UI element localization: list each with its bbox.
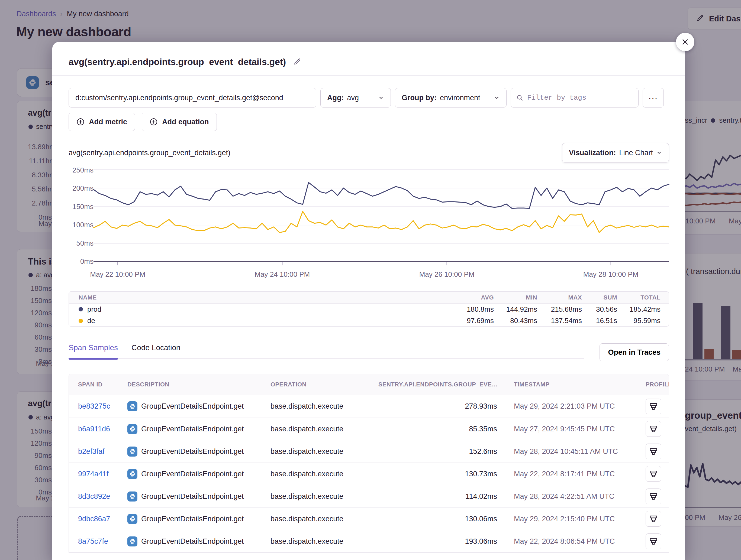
summary-header-row: NAME AVG MIN MAX SUM TOTAL xyxy=(69,292,669,304)
close-button[interactable] xyxy=(676,33,694,51)
python-icon xyxy=(127,491,137,501)
group-by-value: environment xyxy=(440,94,480,102)
filter-by-tags-field[interactable] xyxy=(511,88,638,107)
profile-button[interactable] xyxy=(646,511,661,527)
span-timestamp: May 22, 2024 8:17:41 PM UTC xyxy=(497,470,646,478)
open-in-traces-button[interactable]: Open in Traces xyxy=(600,343,669,361)
span-description: GroupEventDetailsEndpoint.get xyxy=(141,515,244,523)
span-id-link[interactable]: b6a911d6 xyxy=(78,425,127,433)
flamegraph-icon xyxy=(650,470,658,478)
col-header-max: MAX xyxy=(537,294,582,301)
tab[interactable]: Code Location xyxy=(131,343,181,352)
add-equation-button[interactable]: Add equation xyxy=(142,113,216,131)
add-equation-label: Add equation xyxy=(162,118,209,126)
axis-tick-label: May 28 10:00 PM xyxy=(583,270,638,278)
flamegraph-icon xyxy=(650,402,658,410)
col-header-min: MIN xyxy=(494,294,537,301)
visualization-label: Visualization: xyxy=(569,149,616,157)
flamegraph-icon xyxy=(650,537,658,545)
group-by-dropdown[interactable]: Group by: environment xyxy=(395,88,507,107)
span-description: GroupEventDetailsEndpoint.get xyxy=(141,425,244,433)
chart-header: avg(sentry.api.endpoints.group_event_det… xyxy=(69,143,669,162)
chart-plot-area[interactable] xyxy=(93,169,669,262)
profile-button[interactable] xyxy=(646,421,661,437)
table-row: b2ef3faf GroupEventDetailsEndpoint.get b… xyxy=(69,440,669,463)
axis-tick-label: May 22 10:00 PM xyxy=(90,270,145,278)
profile-button[interactable] xyxy=(646,466,661,482)
col-header-operation: OPERATION xyxy=(270,381,378,388)
span-id-link[interactable]: b2ef3faf xyxy=(78,447,127,456)
python-icon xyxy=(127,447,137,457)
series-summary-table: NAME AVG MIN MAX SUM TOTAL prod 180.8ms … xyxy=(69,291,669,327)
aggregation-dropdown[interactable]: Agg: avg xyxy=(320,88,391,107)
axis-tick-label: 0ms xyxy=(69,257,93,266)
profile-button[interactable] xyxy=(646,399,661,414)
flamegraph-icon xyxy=(650,515,658,523)
col-header-value: SENTRY.API.ENDPOINTS.GROUP_EVE… xyxy=(378,381,497,388)
span-duration-value: 152.6ms xyxy=(378,447,497,456)
span-id-link[interactable]: 9974a41f xyxy=(78,470,127,478)
profile-button[interactable] xyxy=(646,444,661,459)
agg-label: Agg: xyxy=(327,94,344,102)
span-timestamp: May 29, 2024 2:15:40 PM UTC xyxy=(497,515,646,523)
span-id-link[interactable]: 9dbc86a7 xyxy=(78,515,127,523)
span-operation: base.dispatch.execute xyxy=(270,470,378,478)
span-operation: base.dispatch.execute xyxy=(270,537,378,546)
summary-row[interactable]: de 97.69ms 80.43ms 137.54ms 16.51s 95.59… xyxy=(69,315,669,326)
span-description: GroupEventDetailsEndpoint.get xyxy=(141,470,244,478)
span-timestamp: May 28, 2024 10:45:11 AM UTC xyxy=(497,447,646,456)
series-color-dot-icon xyxy=(79,307,83,311)
series-min: 144.92ms xyxy=(494,305,537,314)
more-options-button[interactable]: ... xyxy=(643,88,664,107)
plus-circle-icon xyxy=(76,118,84,126)
series-total: 95.59ms xyxy=(617,317,661,325)
series-max: 215.68ms xyxy=(537,305,582,314)
metric-input[interactable] xyxy=(69,88,316,107)
profile-button[interactable] xyxy=(646,534,661,549)
series-avg: 97.69ms xyxy=(434,317,494,325)
y-axis-labels: 250ms200ms150ms100ms50ms0ms xyxy=(69,166,93,266)
col-header-profile: PROFILE xyxy=(646,381,669,388)
series-color-dot-icon xyxy=(79,319,83,323)
flamegraph-icon xyxy=(650,425,658,433)
visualization-value: Line Chart xyxy=(619,149,653,157)
span-duration-value: 114.02ms xyxy=(378,492,497,501)
series-max: 137.54ms xyxy=(537,317,582,325)
series-name: de xyxy=(87,317,95,325)
span-id-link[interactable]: be83275c xyxy=(78,402,127,410)
query-builder-row: Agg: avg Group by: environment ... xyxy=(69,88,669,107)
visualization-dropdown[interactable]: Visualization: Line Chart xyxy=(562,143,669,162)
axis-tick-label: 50ms xyxy=(69,239,93,247)
table-row: 9dbc86a7 GroupEventDetailsEndpoint.get b… xyxy=(69,507,669,530)
axis-tick-label: May 24 10:00 PM xyxy=(255,270,310,278)
summary-row[interactable]: prod 180.8ms 144.92ms 215.68ms 30.56s 18… xyxy=(69,304,669,315)
span-samples-table: SPAN ID DESCRIPTION OPERATION SENTRY.API… xyxy=(69,374,669,553)
modal-header: avg(sentry.api.endpoints.group_event_det… xyxy=(52,42,685,76)
edit-title-pencil-icon[interactable] xyxy=(293,57,301,67)
add-metric-button[interactable]: Add metric xyxy=(69,113,135,131)
python-icon xyxy=(127,469,137,479)
series-min: 80.43ms xyxy=(494,317,537,325)
modal-title: avg(sentry.api.endpoints.group_event_det… xyxy=(69,57,286,67)
tab[interactable]: Span Samples xyxy=(69,343,118,352)
col-header-total: TOTAL xyxy=(617,294,661,301)
span-id-link[interactable]: 8d3c892e xyxy=(78,492,127,501)
span-description: GroupEventDetailsEndpoint.get xyxy=(141,537,244,546)
profile-button[interactable] xyxy=(646,488,661,504)
col-header-timestamp: TIMESTAMP xyxy=(497,381,646,388)
span-id-link[interactable]: 8a75c7fe xyxy=(78,537,127,546)
span-timestamp: May 27, 2024 9:45:45 PM UTC xyxy=(497,425,646,433)
series-avg: 180.8ms xyxy=(434,305,494,314)
summary-rows: prod 180.8ms 144.92ms 215.68ms 30.56s 18… xyxy=(69,304,669,326)
span-duration-value: 85.35ms xyxy=(378,425,497,433)
span-timestamp: May 28, 2024 4:22:51 AM UTC xyxy=(497,492,646,501)
span-duration-value: 130.73ms xyxy=(378,470,497,478)
python-icon xyxy=(127,401,137,411)
col-header-description: DESCRIPTION xyxy=(127,381,270,388)
chart-title: avg(sentry.api.endpoints.group_event_det… xyxy=(69,149,230,157)
span-description: GroupEventDetailsEndpoint.get xyxy=(141,402,244,410)
line-chart[interactable]: 250ms200ms150ms100ms50ms0ms May 22 10:00… xyxy=(69,169,669,281)
span-operation: base.dispatch.execute xyxy=(270,425,378,433)
filter-by-tags-input[interactable] xyxy=(527,94,633,102)
col-header-name: NAME xyxy=(79,294,434,301)
